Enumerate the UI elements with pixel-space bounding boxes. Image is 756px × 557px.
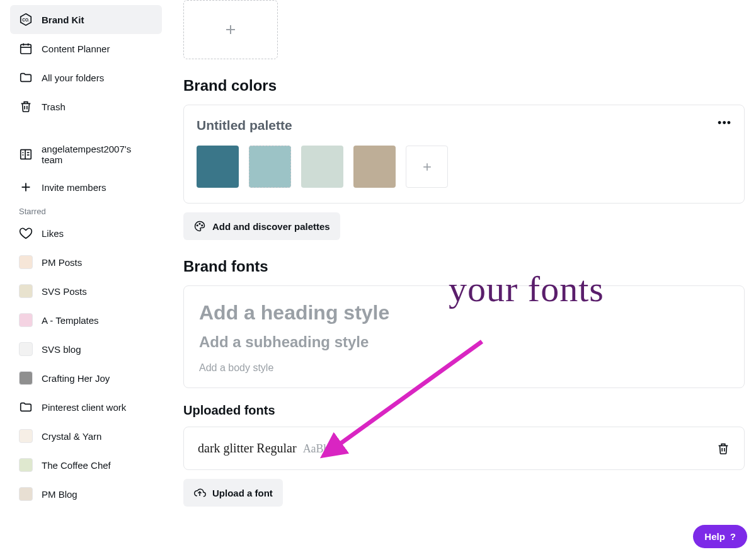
add-subheading-style[interactable]: Add a subheading style bbox=[199, 333, 729, 351]
starred-thumb bbox=[19, 429, 33, 443]
trash-icon bbox=[716, 442, 730, 456]
sidebar-starred-item[interactable]: The Coffee Chef bbox=[10, 451, 162, 479]
add-palettes-label: Add and discover palettes bbox=[212, 221, 330, 232]
starred-thumb bbox=[19, 255, 33, 269]
svg-point-19 bbox=[199, 223, 200, 224]
help-question-icon: ? bbox=[730, 531, 736, 542]
starred-label: The Coffee Chef bbox=[42, 460, 111, 471]
sidebar-label: Likes bbox=[42, 228, 64, 239]
palette-icon bbox=[193, 220, 206, 233]
starred-label: SVS Posts bbox=[42, 286, 87, 297]
starred-label: Crafting Her Joy bbox=[42, 373, 110, 384]
delete-font-button[interactable] bbox=[716, 442, 730, 456]
sidebar-label: Content Planner bbox=[42, 43, 110, 54]
sidebar-label: Trash bbox=[42, 101, 66, 112]
add-palettes-button[interactable]: Add and discover palettes bbox=[183, 212, 340, 240]
plus-icon bbox=[223, 22, 238, 37]
svg-point-20 bbox=[202, 225, 203, 226]
sidebar-starred-item[interactable]: A - Templates bbox=[10, 306, 162, 335]
starred-thumb bbox=[19, 313, 33, 327]
sidebar-item-content-planner[interactable]: Content Planner bbox=[10, 34, 162, 63]
sidebar-item-all-folders[interactable]: All your folders bbox=[10, 63, 162, 92]
sidebar-starred-item[interactable]: Crafting Her Joy bbox=[10, 364, 162, 393]
sidebar-starred-item[interactable]: Pinterest client work bbox=[10, 393, 162, 422]
starred-thumb bbox=[19, 342, 33, 356]
help-button[interactable]: Help ? bbox=[693, 525, 747, 548]
sidebar-starred-item[interactable]: SVS Posts bbox=[10, 277, 162, 306]
brand-fonts-title: Brand fonts bbox=[183, 258, 745, 275]
starred-label: PM Blog bbox=[42, 489, 77, 500]
heart-icon bbox=[19, 226, 33, 240]
sidebar-label: angelatempest2007's team bbox=[42, 144, 153, 165]
sidebar-label: Brand Kit bbox=[42, 14, 84, 25]
palette-card: Untitled palette ••• bbox=[183, 105, 745, 204]
folder-icon bbox=[19, 71, 33, 84]
add-logo-box[interactable] bbox=[183, 0, 278, 59]
help-label: Help bbox=[704, 531, 725, 542]
sidebar-item-invite[interactable]: Invite members bbox=[10, 173, 162, 202]
add-color-swatch[interactable] bbox=[406, 146, 448, 188]
starred-thumb bbox=[19, 284, 33, 298]
starred-thumb bbox=[19, 487, 33, 501]
uploaded-font-row[interactable]: dark glitter Regular AaBbCc bbox=[183, 427, 745, 470]
sidebar-starred-item[interactable]: SVS blog bbox=[10, 335, 162, 364]
sidebar-item-trash[interactable]: Trash bbox=[10, 92, 162, 121]
sidebar-label: Invite members bbox=[42, 182, 106, 193]
starred-thumb bbox=[19, 458, 33, 472]
color-swatch[interactable] bbox=[197, 146, 239, 188]
calendar-icon bbox=[19, 42, 33, 55]
cloud-upload-icon bbox=[193, 486, 206, 499]
trash-icon bbox=[19, 100, 33, 113]
starred-label: SVS blog bbox=[42, 344, 81, 355]
svg-rect-6 bbox=[21, 150, 32, 159]
palette-title[interactable]: Untitled palette bbox=[197, 118, 731, 133]
starred-thumb bbox=[19, 371, 33, 385]
team-icon bbox=[19, 147, 33, 161]
uploaded-fonts-title: Uploaded fonts bbox=[183, 403, 745, 418]
add-heading-style[interactable]: Add a heading style bbox=[199, 301, 729, 324]
palette-menu-icon[interactable]: ••• bbox=[718, 117, 731, 130]
brand-kit-icon: CO. bbox=[19, 13, 33, 26]
brand-colors-title: Brand colors bbox=[183, 77, 745, 95]
fonts-card: Add a heading style Add a subheading sty… bbox=[183, 285, 745, 388]
uploaded-font-sample: AaBbCc bbox=[303, 442, 342, 456]
color-swatch[interactable] bbox=[249, 146, 291, 188]
color-swatch[interactable] bbox=[353, 146, 396, 188]
add-body-style[interactable]: Add a body style bbox=[199, 362, 729, 374]
sidebar-starred-item[interactable]: Crystal & Yarn bbox=[10, 422, 162, 451]
sidebar-item-likes[interactable]: Likes bbox=[10, 219, 162, 248]
upload-font-button[interactable]: Upload a font bbox=[183, 479, 283, 507]
starred-heading: Starred bbox=[10, 202, 172, 219]
folder-icon bbox=[19, 400, 33, 414]
sidebar-starred-item[interactable]: PM Posts bbox=[10, 248, 162, 277]
color-swatch[interactable] bbox=[301, 146, 343, 188]
starred-label: Crystal & Yarn bbox=[42, 431, 101, 442]
sidebar-item-team[interactable]: angelatempest2007's team bbox=[10, 136, 162, 173]
svg-text:CO.: CO. bbox=[22, 18, 30, 22]
sidebar-item-brand-kit[interactable]: CO. Brand Kit bbox=[10, 5, 162, 34]
starred-label: Pinterest client work bbox=[42, 402, 126, 413]
starred-label: PM Posts bbox=[42, 257, 82, 268]
svg-rect-2 bbox=[21, 45, 32, 54]
starred-label: A - Templates bbox=[42, 315, 99, 326]
sidebar-starred-item[interactable]: PM Blog bbox=[10, 479, 162, 508]
upload-font-label: Upload a font bbox=[212, 488, 273, 498]
sidebar-label: All your folders bbox=[42, 72, 104, 83]
uploaded-font-name: dark glitter Regular bbox=[198, 441, 297, 456]
plus-icon bbox=[19, 180, 33, 194]
svg-point-18 bbox=[197, 225, 198, 226]
